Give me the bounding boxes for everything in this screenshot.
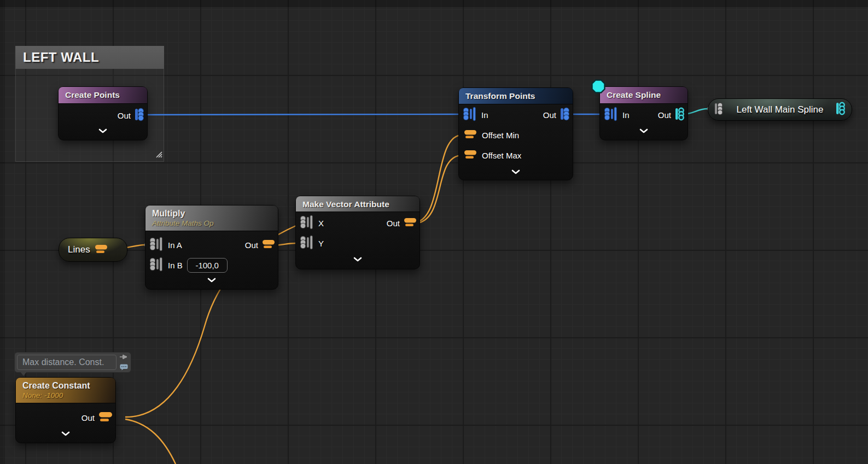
pin-label: In: [481, 110, 488, 120]
node-make-vector-attribute[interactable]: Make Vector Attribute X Out: [295, 196, 420, 269]
node-create-points[interactable]: Create Points Out: [58, 86, 148, 140]
in-b-value-input[interactable]: -100,0: [187, 258, 228, 273]
wire-makevector-to-offsetmin: [414, 135, 462, 222]
pin-label: Y: [318, 239, 324, 248]
points-out-pin[interactable]: [561, 107, 570, 124]
chevron-down-icon[interactable]: [511, 167, 520, 177]
resize-handle-icon[interactable]: [154, 150, 162, 160]
node-header[interactable]: Create Constant None: -1000: [16, 378, 115, 403]
wire-createconstant-offscreen: [125, 419, 176, 464]
generic-in-pin[interactable]: [149, 237, 164, 254]
reroute-label: Left Wall Main Spline: [729, 104, 831, 115]
chevron-down-icon[interactable]: [61, 428, 70, 438]
canvas-top-shade: [0, 0, 868, 7]
pushpin-icon[interactable]: [120, 352, 127, 362]
param-pin[interactable]: [263, 240, 276, 250]
node-left-wall-main-spline[interactable]: Left Wall Main Spline: [708, 98, 852, 121]
pin-row: Out: [118, 108, 145, 123]
node-subtitle: None: -1000: [22, 391, 109, 400]
node-comment-bubble[interactable]: Max distance. Const.: [14, 352, 131, 373]
chevron-down-icon[interactable]: [353, 254, 362, 264]
pin-label: Offset Min: [482, 131, 519, 140]
node-title: Make Vector Attribute: [302, 199, 413, 209]
chevron-down-icon[interactable]: [639, 126, 648, 136]
param-pin[interactable]: [95, 245, 108, 255]
node-lines-reroute[interactable]: Lines: [59, 238, 127, 262]
chevron-down-icon[interactable]: [207, 275, 216, 285]
pin-label: Out: [245, 240, 258, 250]
node-title: Create Spline: [607, 90, 681, 100]
points-in-pin[interactable]: [604, 107, 618, 124]
node-transform-points[interactable]: Transform Points In Out: [458, 87, 573, 180]
bubble-text-box: Max distance. Const.: [17, 355, 116, 370]
pin-row: In A: [149, 237, 182, 252]
pin-label: Offset Max: [482, 151, 521, 160]
node-create-spline[interactable]: Create Spline In Out: [599, 86, 688, 140]
node-title: Create Constant: [22, 380, 109, 391]
comment-header[interactable]: LEFT WALL: [15, 46, 164, 69]
pin-row: Offset Min: [464, 127, 519, 143]
node-title: Create Points: [65, 90, 141, 100]
pin-row: In: [463, 107, 488, 122]
generic-in-pin[interactable]: [149, 257, 164, 274]
node-title: Multiply: [152, 208, 271, 219]
comment-title: LEFT WALL: [15, 50, 99, 65]
pin-row: Out: [387, 215, 417, 231]
reroute-in-pin[interactable]: [715, 102, 724, 118]
canvas-left-shade: [0, 0, 5, 464]
pin-label: In B: [168, 261, 183, 270]
pin-row: In: [604, 107, 630, 122]
pin-row: Y: [300, 236, 324, 251]
param-pin[interactable]: [464, 150, 477, 161]
generic-in-pin[interactable]: [300, 235, 314, 252]
pin-row: Out: [658, 107, 685, 122]
pin-row: Out: [543, 107, 570, 122]
node-header[interactable]: Transform Points: [459, 88, 573, 104]
pin-label: Out: [543, 110, 556, 120]
pin-label: X: [318, 219, 324, 228]
node-create-constant[interactable]: Create Constant None: -1000 Out: [15, 377, 116, 443]
pin-label: Out: [387, 219, 400, 228]
node-subtitle: Attribute Maths Op: [152, 219, 271, 228]
wire-createpoints-to-transformpoints: [139, 114, 462, 115]
points-in-pin[interactable]: [463, 107, 477, 124]
reroute-label: Lines: [68, 244, 90, 255]
debug-marker-octagon[interactable]: [591, 79, 605, 96]
node-header[interactable]: Create Points: [59, 87, 147, 104]
pin-label: Out: [81, 413, 95, 422]
node-title: Transform Points: [465, 91, 566, 101]
bubble-tail: [20, 372, 27, 376]
param-pin[interactable]: [464, 130, 477, 140]
generic-in-pin[interactable]: [300, 215, 314, 232]
node-header[interactable]: Create Spline: [600, 87, 688, 104]
comment-bubble-icon[interactable]: [120, 363, 128, 373]
node-header[interactable]: Make Vector Attribute: [296, 196, 420, 212]
pin-label: Out: [118, 111, 131, 120]
spline-out-pin[interactable]: [675, 107, 685, 124]
pin-row: Out: [245, 237, 276, 252]
wire-makevector-to-offsetmax: [414, 155, 462, 224]
points-out-pin[interactable]: [135, 107, 145, 124]
param-pin[interactable]: [404, 218, 417, 228]
pin-label: In: [622, 110, 630, 120]
bubble-text: Max distance. Const.: [22, 357, 104, 367]
node-header[interactable]: Multiply Attribute Maths Op: [145, 205, 278, 231]
node-multiply[interactable]: Multiply Attribute Maths Op In A Out: [145, 205, 278, 290]
pin-row: X: [300, 215, 324, 231]
graph-canvas[interactable]: LEFT WALL Create: [0, 0, 868, 464]
param-pin[interactable]: [99, 412, 113, 424]
pin-row: In B -100,0: [149, 257, 228, 273]
pin-row: Offset Max: [464, 148, 521, 163]
spline-out-pin[interactable]: [836, 101, 846, 118]
pin-row: Out: [81, 410, 113, 425]
pin-label: Out: [658, 110, 671, 120]
pin-label: In A: [168, 240, 182, 250]
chevron-down-icon[interactable]: [98, 126, 107, 136]
